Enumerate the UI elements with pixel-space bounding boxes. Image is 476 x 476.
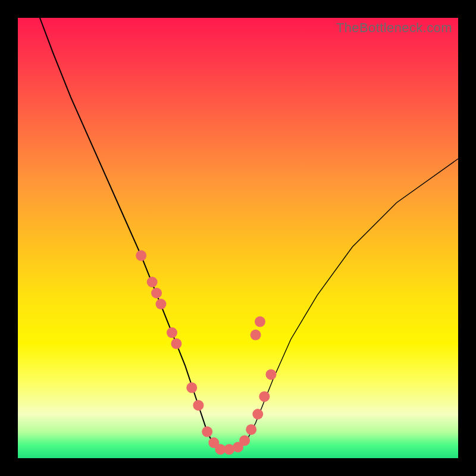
highlight-dot — [167, 327, 177, 338]
bottleneck-curve-right — [238, 159, 458, 447]
highlight-dot — [259, 391, 270, 402]
highlight-dot — [255, 317, 265, 327]
chart-frame: TheBottleneck.com — [0, 0, 476, 476]
chart-overlay — [18, 18, 458, 458]
highlight-dot — [136, 250, 146, 261]
highlight-dot — [266, 369, 277, 380]
bottleneck-curve-left — [40, 18, 247, 449]
highlight-dot — [202, 427, 212, 437]
highlight-dot — [147, 277, 158, 287]
plot-area: TheBottleneck.com — [18, 18, 458, 458]
highlight-dot — [193, 400, 203, 411]
highlight-dot — [239, 435, 250, 446]
highlight-dot — [252, 409, 263, 419]
highlight-dot — [250, 330, 261, 340]
highlight-dot — [246, 424, 256, 435]
highlight-dot — [151, 288, 162, 299]
highlight-dot — [156, 299, 167, 309]
highlight-dot — [186, 383, 197, 393]
highlight-dot — [171, 339, 181, 349]
